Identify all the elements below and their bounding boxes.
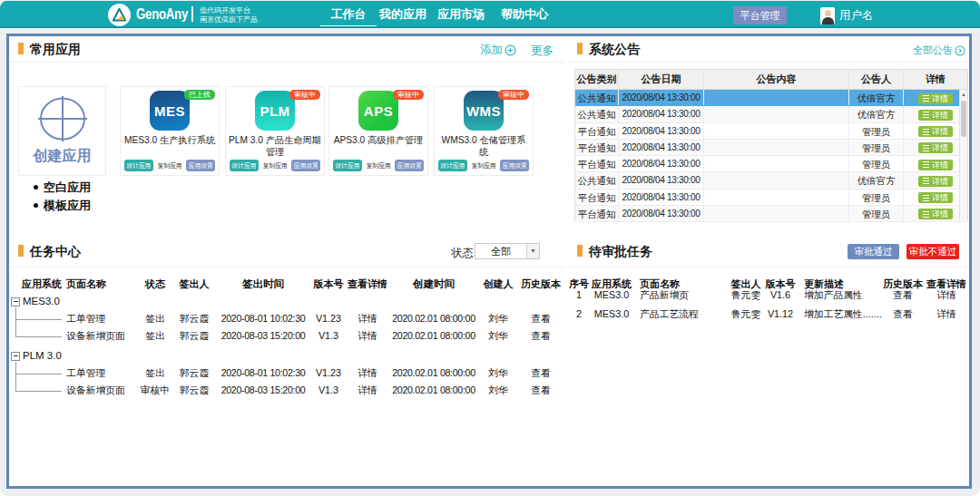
- panel-title-common-apps: 常用应用: [30, 42, 81, 58]
- task-row[interactable]: 设备新增页面 审核中 郭云霞 2020-08-03 15:20:00 V1.3 …: [9, 382, 564, 399]
- cell-type: 平台通知: [575, 156, 619, 171]
- cell-content: [704, 156, 849, 171]
- add-app-link[interactable]: 添加: [480, 43, 516, 58]
- design-app-button[interactable]: 设计应用: [333, 160, 362, 171]
- add-app-label: 添加: [480, 43, 503, 58]
- app-settings-button[interactable]: 应用设置: [395, 160, 424, 171]
- app-settings-button[interactable]: 应用设置: [500, 160, 529, 171]
- cell-creator: 刘华: [479, 365, 517, 382]
- approve-button[interactable]: 审批通过: [848, 244, 899, 259]
- announcement-row[interactable]: 公共通知 2020/08/04 13:30:00 优倍官方 详情: [575, 90, 967, 106]
- cell-status: 签出: [138, 327, 172, 345]
- approval-row[interactable]: 1 MES3.0 产品新增页 鲁元雯 V1.6 增加产品属性 查看 详情: [568, 287, 969, 304]
- tree-branch: [9, 382, 64, 399]
- nav-item-my-apps[interactable]: 我的应用: [377, 7, 429, 22]
- announcements-table-header: 公告类别 公告日期 公告内容 公告人 详情: [575, 70, 967, 90]
- col-header-checkout-time: 签出时间: [216, 276, 310, 293]
- detail-button[interactable]: 详情: [918, 209, 953, 219]
- create-app-card[interactable]: 创建应用: [18, 86, 106, 176]
- design-app-button[interactable]: 设计应用: [438, 160, 467, 171]
- approvals-header: 待审批任务 审批通过 审批不通过: [568, 236, 969, 267]
- copy-app-button[interactable]: 复制应用: [260, 160, 289, 171]
- copy-app-button[interactable]: 复制应用: [469, 160, 498, 171]
- top-navigation-bar: GenoAny 低代码开发平台 南京优倍旗下产品 工作台 我的应用 应用市场 帮…: [0, 1, 980, 27]
- detail-button-label: 详情: [932, 192, 948, 203]
- detail-button[interactable]: 详情: [918, 160, 953, 170]
- more-apps-link[interactable]: 更多: [531, 44, 554, 59]
- status-badge-online: 已上线: [184, 90, 215, 100]
- announcement-row[interactable]: 公共通知 2020/08/04 13:30:00 优倍官方 详情: [575, 172, 967, 189]
- add-circle-plus-icon: [505, 44, 516, 56]
- announcement-row[interactable]: 平台通知 2020/08/04 13:30:00 管理员 详情: [575, 123, 967, 140]
- reject-button[interactable]: 审批不通过: [906, 244, 959, 259]
- announcement-row[interactable]: 公共通知 2020/08/04 13:30:00 优倍官方 详情: [575, 106, 967, 122]
- view-detail-link[interactable]: 详情: [347, 310, 388, 327]
- option-blank-app[interactable]: 空白应用: [44, 179, 91, 197]
- task-row[interactable]: 设备新增页面 签出 郭云霞 2020-08-03 15:20:00 V1.3 详…: [9, 327, 564, 345]
- scrollbar-thumb[interactable]: [961, 101, 966, 137]
- approval-row[interactable]: 2 MES3.0 产品工艺流程 鲁元雯 V1.12 增加工艺属性....... …: [568, 306, 969, 323]
- task-row[interactable]: 工单管理 签出 郭云霞 2020-08-01 10:02:30 V1.23 详情…: [9, 310, 564, 327]
- detail-button[interactable]: 详情: [918, 126, 953, 137]
- app-card-mes[interactable]: MES 已上线 MES3.0 生产执行系统 设计应用 复制应用 应用设置: [120, 86, 220, 176]
- app-settings-button[interactable]: 应用设置: [186, 160, 215, 171]
- status-filter-select[interactable]: 全部 ▼: [475, 243, 540, 259]
- cell-version: V1.12: [764, 306, 797, 323]
- cell-type: 平台通知: [575, 140, 619, 155]
- task-row[interactable]: 工单管理 签出 郭云霞 2020-08-01 10:02:30 V1.23 详情…: [9, 365, 564, 382]
- history-link[interactable]: 查看: [882, 306, 924, 323]
- copy-app-button[interactable]: 复制应用: [364, 160, 393, 171]
- view-detail-link[interactable]: 详情: [924, 306, 969, 323]
- announcement-row[interactable]: 平台通知 2020/08/04 13:30:00 管理员 详情: [575, 140, 967, 156]
- view-detail-link[interactable]: 详情: [924, 287, 969, 304]
- app-card-wms[interactable]: WMS 审核中 WMS3.0 仓储管理系统 设计应用 复制应用 应用设置: [434, 86, 534, 176]
- app-card-aps[interactable]: APS 审核中 APS3.0 高级排产管理 设计应用 复制应用 应用设置: [328, 86, 428, 176]
- aps-card-actions: 设计应用 复制应用 应用设置: [329, 160, 427, 171]
- detail-button[interactable]: 详情: [918, 142, 953, 153]
- cell-checkout-time: 2020-08-01 10:02:30: [216, 365, 310, 382]
- brand-logo-icon: [108, 4, 131, 26]
- dashboard: 常用应用 添加 更多 创建应用 空白应用 模板应用 MES: [6, 34, 972, 489]
- platform-admin-button[interactable]: 平台管理: [733, 6, 787, 24]
- history-link[interactable]: 查看: [517, 365, 564, 382]
- cell-content: [704, 190, 849, 205]
- view-detail-link[interactable]: 详情: [347, 382, 388, 399]
- announcement-row[interactable]: 平台通知 2020/08/04 13:30:00 管理员 详情: [575, 156, 967, 172]
- circle-arrow-icon: [955, 45, 965, 56]
- copy-app-button[interactable]: 复制应用: [155, 160, 184, 171]
- history-link[interactable]: 查看: [517, 310, 564, 327]
- announcement-row[interactable]: 平台通知 2020/08/04 13:30:00 管理员 详情: [575, 206, 967, 222]
- detail-button[interactable]: 详情: [918, 192, 953, 203]
- history-link[interactable]: 查看: [517, 327, 564, 345]
- history-link[interactable]: 查看: [882, 287, 924, 304]
- announcement-row[interactable]: 平台通知 2020/08/04 13:30:00 管理员 详情: [575, 190, 967, 206]
- cell-checkout-person: 鲁元雯: [728, 306, 764, 323]
- status-badge-review: 审核中: [289, 90, 320, 100]
- nav-item-workbench[interactable]: 工作台: [326, 7, 371, 22]
- nav-item-help-center[interactable]: 帮助中心: [498, 7, 551, 22]
- detail-button[interactable]: 详情: [918, 93, 953, 104]
- username-label[interactable]: 用户名: [839, 8, 874, 24]
- detail-button[interactable]: 详情: [918, 110, 953, 121]
- all-announcements-link[interactable]: 全部公告: [913, 44, 965, 57]
- cell-checkout-person: 鲁元雯: [728, 287, 764, 304]
- app-name-mes: MES3.0 生产执行系统: [123, 134, 216, 146]
- nav-item-app-market[interactable]: 应用市场: [435, 7, 487, 22]
- design-app-button[interactable]: 设计应用: [230, 160, 259, 171]
- option-template-app[interactable]: 模板应用: [44, 197, 91, 215]
- user-avatar[interactable]: [820, 7, 835, 24]
- cell-type: 平台通知: [575, 123, 619, 139]
- task-center-header: 任务中心 状态: 全部 ▼: [9, 236, 564, 267]
- history-link[interactable]: 查看: [517, 382, 564, 399]
- tree-collapse-icon[interactable]: [11, 352, 20, 361]
- col-header-date: 公告日期: [619, 70, 704, 89]
- design-app-button[interactable]: 设计应用: [124, 160, 153, 171]
- select-chevron-down-icon: ▼: [526, 244, 539, 258]
- view-detail-link[interactable]: 详情: [347, 365, 388, 382]
- app-settings-button[interactable]: 应用设置: [291, 160, 320, 171]
- detail-button[interactable]: 详情: [918, 176, 953, 187]
- scrollbar-up-arrow[interactable]: ▲: [960, 90, 967, 99]
- tree-collapse-icon[interactable]: [11, 297, 20, 306]
- app-card-plm[interactable]: PLM 审核中 PLM 3.0 产品生命周期管理 设计应用 复制应用 应用设置: [225, 86, 325, 176]
- view-detail-link[interactable]: 详情: [347, 327, 388, 345]
